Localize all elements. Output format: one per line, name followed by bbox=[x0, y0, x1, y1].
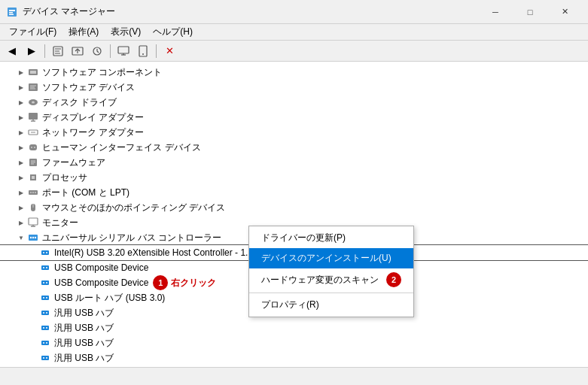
expand-icon bbox=[15, 202, 27, 214]
svg-point-15 bbox=[142, 53, 144, 55]
svg-rect-54 bbox=[41, 265, 49, 270]
hid-icon bbox=[27, 141, 39, 153]
tree-label: USB Composite Device bbox=[54, 277, 148, 288]
status-bar bbox=[0, 367, 588, 385]
mouse-icon bbox=[27, 202, 39, 214]
display-icon bbox=[27, 111, 39, 123]
svg-rect-60 bbox=[41, 296, 49, 300]
expand-icon bbox=[15, 81, 27, 93]
tree-item-software-device[interactable]: ソフトウェア デバイス bbox=[0, 80, 588, 95]
tree-item-disk[interactable]: ディスク ドライブ bbox=[0, 95, 588, 110]
tree-item-network[interactable]: ネットワーク アダプター bbox=[0, 125, 588, 140]
expand-icon bbox=[15, 232, 27, 244]
tree-label: ユニバーサル シリアル バス デバイス bbox=[42, 367, 194, 368]
software-device-icon bbox=[27, 81, 39, 93]
svg-rect-51 bbox=[41, 250, 49, 255]
svg-rect-69 bbox=[41, 341, 49, 345]
usb-device-icon bbox=[39, 247, 51, 259]
scan-button[interactable] bbox=[88, 43, 106, 59]
tree-label: ポート (COM と LPT) bbox=[42, 186, 129, 199]
tree-item-usb-hub-3[interactable]: 汎用 USB ハブ bbox=[0, 335, 588, 350]
svg-rect-17 bbox=[30, 71, 36, 74]
device-tree[interactable]: ソフトウェア コンポーネント ソフトウェア デバイス ディスク ドライブ ディス… bbox=[0, 62, 588, 367]
svg-rect-66 bbox=[41, 326, 49, 330]
ctx-uninstall[interactable]: デバイスのアンインストール(U) bbox=[249, 248, 413, 268]
expand-icon bbox=[15, 111, 27, 123]
title-bar: デバイス マネージャー ─ □ ✕ bbox=[0, 0, 588, 24]
toolbar: ◀ ▶ ✕ bbox=[0, 41, 588, 62]
tree-item-display[interactable]: ディスプレイ アダプター bbox=[0, 110, 588, 125]
svg-point-74 bbox=[46, 357, 47, 359]
menu-help[interactable]: ヘルプ(H) bbox=[147, 24, 199, 40]
tree-item-usb-hub-4[interactable]: 汎用 USB ハブ bbox=[0, 350, 588, 365]
tree-label: ファームウェア bbox=[42, 156, 105, 169]
tree-item-port[interactable]: ポート (COM と LPT) bbox=[0, 185, 588, 200]
device-button[interactable] bbox=[134, 43, 152, 59]
svg-point-30 bbox=[31, 147, 32, 148]
expand-icon bbox=[15, 186, 27, 199]
tree-item-usb-hub-2[interactable]: 汎用 USB ハブ bbox=[0, 320, 588, 335]
ctx-scan[interactable]: ハードウェア変更のスキャン 2 bbox=[249, 268, 413, 291]
svg-point-23 bbox=[32, 102, 35, 104]
tree-label: モニター bbox=[42, 217, 78, 229]
update-driver-button[interactable] bbox=[69, 43, 87, 59]
svg-point-58 bbox=[43, 282, 44, 283]
usb-device-icon bbox=[39, 307, 51, 319]
svg-point-48 bbox=[30, 237, 32, 238]
component-icon bbox=[27, 66, 39, 78]
usb-controller-icon bbox=[27, 232, 39, 244]
expand-icon bbox=[15, 171, 27, 183]
disk-icon bbox=[27, 96, 39, 108]
svg-rect-24 bbox=[29, 113, 38, 120]
svg-rect-72 bbox=[41, 356, 49, 360]
delete-button[interactable]: ✕ bbox=[160, 43, 178, 59]
monitor-icon bbox=[27, 217, 39, 229]
back-button[interactable]: ◀ bbox=[3, 43, 21, 59]
menu-bar: ファイル(F) 操作(A) 表示(V) ヘルプ(H) bbox=[0, 24, 588, 41]
ctx-properties[interactable]: プロパティ(R) bbox=[249, 295, 413, 315]
tree-item-firmware[interactable]: ファームウェア bbox=[0, 155, 588, 170]
tree-item-hid[interactable]: ヒューマン インターフェイス デバイス bbox=[0, 140, 588, 155]
svg-point-53 bbox=[46, 252, 47, 253]
svg-point-49 bbox=[32, 237, 34, 238]
svg-point-59 bbox=[46, 282, 47, 283]
expand-icon bbox=[15, 66, 27, 78]
svg-point-41 bbox=[35, 192, 36, 193]
ctx-update-driver[interactable]: ドライバーの更新(P) bbox=[249, 228, 413, 248]
menu-file[interactable]: ファイル(F) bbox=[3, 24, 62, 40]
usb-device-icon bbox=[39, 292, 51, 304]
svg-point-50 bbox=[35, 237, 36, 238]
expand-icon bbox=[15, 217, 27, 229]
tree-label: ユニバーサル シリアル バス コントローラー bbox=[42, 232, 221, 244]
tree-label: ディスク ドライブ bbox=[42, 96, 117, 109]
computer-button[interactable] bbox=[114, 43, 133, 59]
tree-label: 汎用 USB ハブ bbox=[54, 307, 114, 320]
svg-rect-44 bbox=[29, 218, 38, 225]
svg-point-70 bbox=[43, 342, 44, 344]
firmware-icon bbox=[27, 156, 39, 168]
tree-label: ヒューマン インターフェイス デバイス bbox=[42, 141, 201, 154]
svg-point-40 bbox=[32, 192, 34, 193]
close-button[interactable]: ✕ bbox=[547, 0, 582, 24]
ctx-separator bbox=[249, 293, 413, 293]
tree-item-software-component[interactable]: ソフトウェア コンポーネント bbox=[0, 65, 588, 80]
tree-item-processor[interactable]: プロセッサ bbox=[0, 170, 588, 185]
ctx-label: ハードウェア変更のスキャン bbox=[261, 274, 379, 286]
badge-label-1: 右クリック bbox=[171, 277, 216, 290]
menu-action[interactable]: 操作(A) bbox=[62, 24, 105, 40]
svg-point-56 bbox=[46, 267, 47, 268]
forward-button[interactable]: ▶ bbox=[23, 43, 41, 59]
svg-rect-29 bbox=[29, 144, 37, 150]
window-controls: ─ □ ✕ bbox=[478, 0, 582, 24]
tree-item-usb-device[interactable]: ユニバーサル シリアル バス デバイス bbox=[0, 365, 588, 367]
menu-view[interactable]: 表示(V) bbox=[105, 24, 147, 40]
tree-item-mouse[interactable]: マウスとそのほかのポインティング デバイス bbox=[0, 200, 588, 215]
svg-point-73 bbox=[43, 357, 44, 359]
maximize-button[interactable]: □ bbox=[513, 0, 547, 24]
window-title: デバイス マネージャー bbox=[23, 5, 478, 18]
toolbar-separator-2 bbox=[110, 44, 111, 58]
minimize-button[interactable]: ─ bbox=[478, 0, 513, 24]
properties-button[interactable] bbox=[49, 43, 67, 59]
usb-device-icon bbox=[39, 337, 51, 349]
expand-icon bbox=[15, 156, 27, 168]
